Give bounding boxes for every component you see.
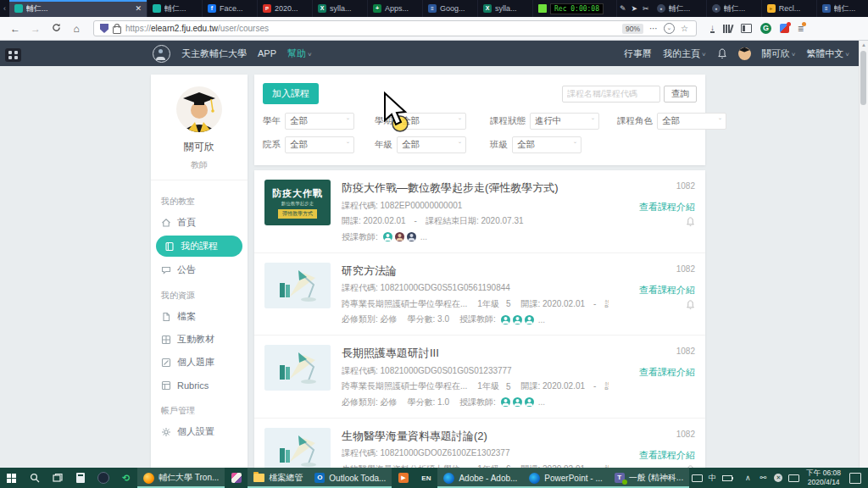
calculator-app-icon[interactable] — [69, 468, 92, 488]
more-teachers[interactable]: ... — [538, 315, 545, 324]
department-select[interactable]: 全部 — [285, 136, 354, 153]
tab-tronclass-3[interactable]: 輔仁... — [652, 0, 707, 17]
url-text[interactable]: https://elearn2.fju.edu.tw/user/courses — [125, 24, 618, 33]
tab-syllabus-1[interactable]: sylla... — [313, 0, 368, 17]
tray-monitor-icon[interactable] — [689, 468, 704, 488]
tray-keyboard-icon[interactable] — [786, 468, 801, 488]
grade-select[interactable]: 全部 — [397, 136, 466, 153]
taskbar-app-firefox[interactable]: 輔仁大學 Tron... — [137, 468, 225, 488]
tab-facebook[interactable]: Face... — [203, 0, 258, 17]
tab-tronclass-5[interactable]: 輔仁... — [817, 0, 868, 17]
taskbar-app-outlook[interactable]: Outlook Toda... — [309, 468, 392, 488]
home-icon[interactable]: ⌂ — [68, 23, 85, 35]
taskbar-app-explorer[interactable]: 檔案總管 — [248, 468, 309, 488]
my-home-menu[interactable]: 我的主頁˅ — [663, 47, 706, 60]
course-title[interactable]: 生物醫學海量資料專題討論(2) — [342, 429, 609, 444]
zoom-level-badge[interactable]: 90% — [622, 24, 643, 34]
course-thumbnail[interactable] — [264, 263, 331, 308]
action-center-icon[interactable] — [849, 473, 861, 484]
tray-close-circle-icon[interactable] — [771, 468, 786, 488]
taskbar-clock[interactable]: 下午 06:08 2020/4/14 — [806, 469, 841, 486]
user-menu[interactable]: 關可欣˅ — [762, 47, 796, 60]
calendar-link[interactable]: 行事曆 — [624, 47, 652, 60]
tab-apps[interactable]: Apps... — [368, 0, 423, 17]
more-teachers[interactable]: ... — [538, 397, 545, 407]
steam-app-icon[interactable] — [92, 468, 114, 488]
tab-scroll-left-icon[interactable]: ‹ — [0, 0, 9, 17]
view-course-intro-link[interactable]: 查看課程介紹 — [609, 449, 695, 462]
search-button[interactable]: 查詢 — [664, 86, 697, 103]
sidebar-item-interactive-materials[interactable]: 互動教材 — [161, 328, 237, 351]
course-search-input[interactable] — [562, 86, 660, 103]
teacher-avatar[interactable] — [513, 397, 522, 407]
sidebar-item-files[interactable]: 檔案 — [161, 305, 237, 328]
sidebar-item-settings[interactable]: 個人設置 — [161, 420, 237, 443]
notifications-bell-icon[interactable] — [717, 48, 727, 59]
class-select[interactable]: 全部 — [512, 136, 581, 153]
taskbar-app-paint[interactable] — [225, 468, 248, 488]
teacher-avatar[interactable] — [525, 315, 534, 324]
language-menu[interactable]: 繁體中文˅ — [806, 47, 849, 60]
tab-pdf[interactable]: 2020... — [258, 0, 313, 17]
tab-close-icon[interactable]: ✕ — [135, 4, 142, 13]
course-thumbnail[interactable] — [264, 428, 331, 469]
back-icon[interactable]: ← — [7, 23, 24, 35]
library-icon[interactable] — [723, 25, 732, 33]
page-actions-icon[interactable]: ⋯ — [648, 24, 659, 33]
tab-recording[interactable]: Rec 0:00:08 — [533, 0, 617, 17]
course-thumbnail[interactable] — [264, 345, 331, 391]
task-view-icon[interactable] — [46, 468, 69, 488]
tracking-shield-icon[interactable] — [100, 24, 108, 33]
app-link[interactable]: APP — [258, 48, 276, 58]
teacher-avatar[interactable] — [501, 315, 510, 324]
teacher-avatar[interactable] — [407, 232, 416, 241]
grammarly-icon[interactable]: G — [760, 23, 771, 34]
role-select[interactable]: 全部 — [657, 113, 726, 130]
screen-recorder-widget[interactable] — [5, 48, 21, 62]
extension-icon[interactable] — [780, 24, 789, 33]
annotate-pencil-icon[interactable]: ✎ — [617, 0, 629, 17]
forward-icon[interactable]: → — [27, 23, 44, 35]
pocket-icon[interactable]: ⌄ — [664, 23, 675, 34]
view-course-intro-link[interactable]: 查看課程介紹 — [609, 284, 695, 297]
start-button[interactable] — [0, 468, 23, 488]
help-menu[interactable]: 幫助˅ — [287, 47, 312, 60]
tray-show-hidden-icon[interactable]: ∧ — [740, 468, 755, 488]
sidebar-item-my-courses[interactable]: 我的課程 — [156, 236, 242, 257]
sync-app-icon[interactable]: ⟲ — [114, 468, 137, 488]
course-bell-icon[interactable] — [686, 300, 695, 310]
scrollbar-thumb[interactable] — [860, 51, 866, 105]
language-indicator[interactable]: EN — [415, 468, 437, 488]
annotate-cursor-icon[interactable]: ➤ — [629, 0, 641, 17]
taskbar-app-media[interactable] — [392, 468, 415, 488]
course-bell-icon[interactable] — [686, 217, 695, 227]
view-course-intro-link[interactable]: 查看課程介紹 — [609, 366, 695, 379]
teacher-avatar[interactable] — [501, 397, 510, 407]
tab-recl[interactable]: Recl... — [762, 0, 817, 17]
sidebar-item-announcements[interactable]: 公告 — [161, 258, 237, 281]
teacher-avatar[interactable] — [395, 232, 404, 241]
course-title[interactable]: 長期照護專題研討III — [342, 346, 609, 361]
taskbar-app-powerpoint[interactable]: PowerPoint - ... — [523, 468, 608, 488]
scroll-up-icon[interactable]: ▲ — [860, 42, 868, 47]
bookmark-star-icon[interactable]: ☆ — [679, 24, 690, 33]
sidebar-item-rubrics[interactable]: Rubrics — [161, 374, 237, 396]
year-select[interactable]: 全部 — [285, 113, 354, 130]
annotate-scissors-icon[interactable]: ✂ — [640, 0, 652, 17]
sidebar-item-home[interactable]: 首頁 — [161, 211, 237, 234]
taskbar-search-icon[interactable] — [23, 468, 46, 488]
course-title[interactable]: 研究方法論 — [342, 263, 609, 279]
sidebar-toggle-icon[interactable] — [741, 24, 752, 33]
tray-battery-icon[interactable] — [720, 468, 735, 488]
user-avatar[interactable] — [738, 47, 751, 60]
view-course-intro-link[interactable]: 查看課程介紹 — [609, 201, 695, 214]
lock-icon[interactable] — [113, 26, 121, 34]
downloads-icon[interactable]: ↓ — [710, 25, 715, 33]
semester-select[interactable]: 全部 — [397, 113, 466, 130]
status-select[interactable]: 進行中 — [530, 113, 599, 130]
teacher-avatar[interactable] — [525, 397, 534, 407]
reload-icon[interactable] — [47, 23, 64, 35]
taskbar-app-adobe[interactable]: Adobe - Adob... — [437, 468, 523, 488]
tray-link-icon[interactable]: ⚯ — [755, 468, 771, 488]
url-bar[interactable]: https://elearn2.fju.edu.tw/user/courses … — [93, 20, 697, 36]
